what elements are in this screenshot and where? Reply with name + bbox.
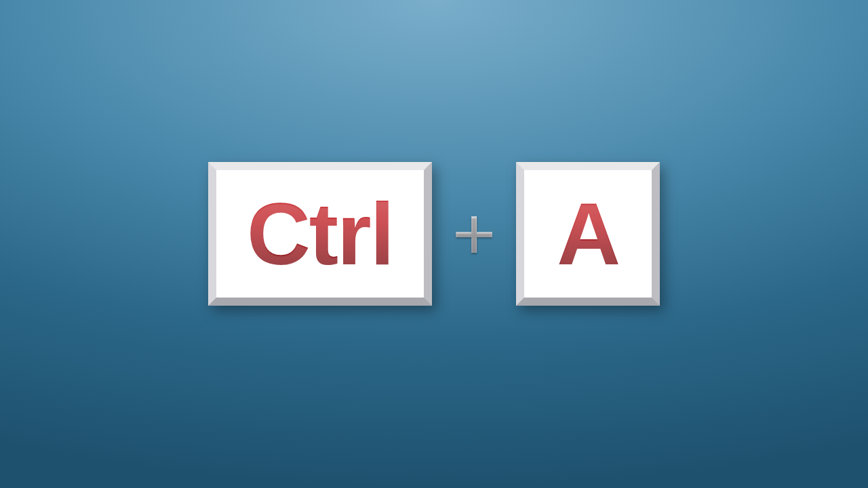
key-ctrl-label: Ctrl	[247, 190, 393, 278]
plus-separator: +	[452, 197, 496, 271]
key-ctrl: Ctrl	[208, 162, 432, 306]
keyboard-shortcut: Ctrl + A	[208, 162, 660, 306]
key-a: A	[516, 162, 660, 306]
key-a-label: A	[557, 190, 619, 278]
